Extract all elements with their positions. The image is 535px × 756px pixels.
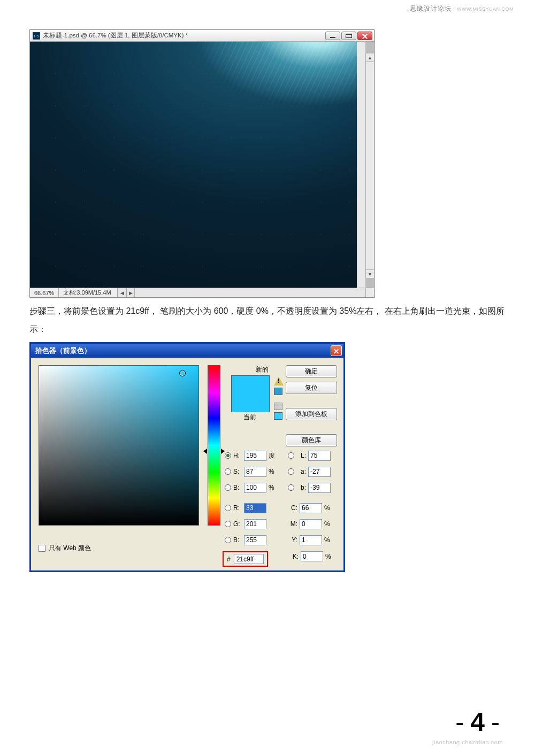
h-input[interactable]	[244, 451, 266, 461]
b-hsb-unit: %	[269, 484, 280, 491]
c-unit: %	[324, 504, 336, 512]
s-label: S:	[233, 468, 244, 475]
c-label: C:	[288, 504, 297, 512]
k-input[interactable]	[301, 551, 323, 561]
gamut-warning-icon[interactable]	[274, 377, 284, 385]
maximize-button[interactable]	[341, 32, 356, 40]
websafe-swatch[interactable]	[274, 412, 282, 420]
b-hsb-input[interactable]	[244, 483, 266, 493]
color-cursor-icon[interactable]	[179, 370, 186, 376]
r-label: R:	[233, 504, 244, 512]
canvas-area: ▲ ▼	[30, 42, 374, 288]
window-controls	[324, 32, 372, 40]
document-canvas[interactable]	[30, 42, 365, 288]
b-lab-label: b:	[296, 484, 306, 491]
hue-indicator-right-icon	[221, 449, 225, 454]
saturation-brightness-field[interactable]	[39, 365, 199, 526]
window-title: 未标题-1.psd @ 66.7% (图层 1, 图层蒙版/8/CMYK) *	[43, 32, 188, 40]
dialog-titlebar[interactable]: 拾色器（前景色）	[31, 344, 343, 358]
hue-indicator-left-icon	[203, 449, 207, 454]
b-rgb-label: B:	[233, 536, 244, 544]
g-input[interactable]	[244, 519, 266, 529]
scroll-up-arrow-icon[interactable]: ▲	[366, 53, 374, 62]
color-swatch[interactable]	[231, 375, 270, 412]
hex-field-highlighted: #	[223, 551, 268, 567]
new-color-label: 新的	[230, 365, 294, 374]
s-radio[interactable]	[225, 468, 231, 475]
page-number: - 4 -	[455, 707, 503, 737]
photoshop-app-icon: Ps	[33, 32, 40, 40]
b-hsb-radio[interactable]	[225, 484, 231, 491]
document-info[interactable]: 文档:3.09M/15.4M	[59, 288, 118, 297]
s-row: S: % a:	[225, 464, 331, 480]
dialog-close-button[interactable]	[331, 345, 342, 356]
page-dash-left: -	[455, 707, 467, 737]
gamut-warning-column	[274, 377, 286, 420]
m-label: M:	[288, 520, 297, 528]
gamut-swatch[interactable]	[274, 388, 282, 395]
resize-grip[interactable]	[365, 288, 374, 297]
watermark-site: 思缘设计论坛	[410, 5, 452, 12]
b-lab-radio[interactable]	[288, 484, 294, 491]
new-color-swatch[interactable]	[232, 376, 269, 394]
b-rgb-radio[interactable]	[225, 537, 231, 543]
page-watermark: 思缘设计论坛 WWW.MISSYUAN.COM	[410, 4, 514, 13]
h-row: H: 度 L:	[225, 448, 331, 464]
web-only-colors-option[interactable]: 只有 Web 颜色	[39, 544, 91, 553]
s-unit: %	[269, 468, 280, 475]
step-instruction-text: 步骤三，将前景色设置为 21c9ff， 笔刷的大小为 600，硬度 0%，不透明…	[29, 302, 506, 338]
page-number-value: 4	[470, 707, 488, 737]
rgb-cmyk-fields: R: C: % G: M: %	[225, 500, 336, 548]
r-radio[interactable]	[225, 505, 231, 511]
k-row: K: %	[289, 551, 337, 561]
web-only-checkbox[interactable]	[39, 545, 45, 552]
g-radio[interactable]	[225, 521, 231, 527]
y-input[interactable]	[300, 535, 322, 545]
hue-slider[interactable]	[208, 365, 220, 526]
scroll-right-arrow-icon[interactable]: ▶	[126, 288, 135, 297]
hsb-lab-fields: H: 度 L: S: % a:	[225, 448, 331, 496]
b-rgb-input[interactable]	[244, 535, 266, 545]
hex-input[interactable]	[234, 554, 264, 564]
r-input[interactable]	[244, 503, 266, 513]
g-label: G:	[233, 520, 244, 528]
scroll-down-arrow-icon[interactable]: ▼	[366, 269, 374, 278]
b-lab-input[interactable]	[308, 483, 331, 493]
reset-button[interactable]: 复位	[286, 382, 337, 394]
current-color-swatch[interactable]	[232, 394, 269, 412]
minimize-button[interactable]	[325, 32, 340, 40]
l-label: L:	[296, 452, 306, 459]
a-label: a:	[296, 468, 306, 475]
horizontal-scrollbar[interactable]: ◀ ▶	[118, 288, 365, 297]
color-libraries-button[interactable]: 颜色库	[286, 434, 337, 446]
status-bar: 66.67% 文档:3.09M/15.4M ◀ ▶	[30, 288, 374, 297]
s-input[interactable]	[244, 467, 266, 477]
window-titlebar[interactable]: Ps 未标题-1.psd @ 66.7% (图层 1, 图层蒙版/8/CMYK)…	[30, 30, 374, 42]
k-unit: %	[325, 553, 337, 560]
l-input[interactable]	[308, 451, 331, 461]
websafe-warning-icon[interactable]	[274, 403, 282, 410]
ok-button[interactable]: 确定	[286, 365, 337, 377]
scroll-left-arrow-icon[interactable]: ◀	[118, 288, 126, 297]
b-hsb-row: B: % b:	[225, 480, 331, 496]
dialog-body: 新的 当前 确定 复位 添加到色板 颜色库 H:	[31, 358, 343, 570]
vertical-scrollbar[interactable]: ▲ ▼	[365, 53, 374, 278]
a-input[interactable]	[308, 467, 331, 477]
y-label: Y:	[288, 536, 297, 544]
add-to-swatches-button[interactable]: 添加到色板	[286, 408, 337, 420]
m-unit: %	[324, 520, 336, 528]
hue-strip[interactable]	[208, 365, 220, 526]
color-picker-dialog: 拾色器（前景色） 新的 当前 确定 复位	[29, 342, 345, 572]
page-dash-right: -	[491, 707, 503, 737]
r-row: R: C: %	[225, 500, 336, 516]
c-input[interactable]	[300, 503, 322, 513]
h-radio[interactable]	[225, 452, 231, 459]
photoshop-document-window: Ps 未标题-1.psd @ 66.7% (图层 1, 图层蒙版/8/CMYK)…	[29, 29, 374, 298]
close-button[interactable]	[357, 32, 372, 40]
zoom-level[interactable]: 66.67%	[30, 288, 59, 297]
b-hsb-label: B:	[233, 484, 244, 491]
a-radio[interactable]	[288, 468, 294, 475]
m-input[interactable]	[300, 519, 322, 529]
k-label: K:	[289, 553, 299, 560]
l-radio[interactable]	[288, 452, 294, 459]
